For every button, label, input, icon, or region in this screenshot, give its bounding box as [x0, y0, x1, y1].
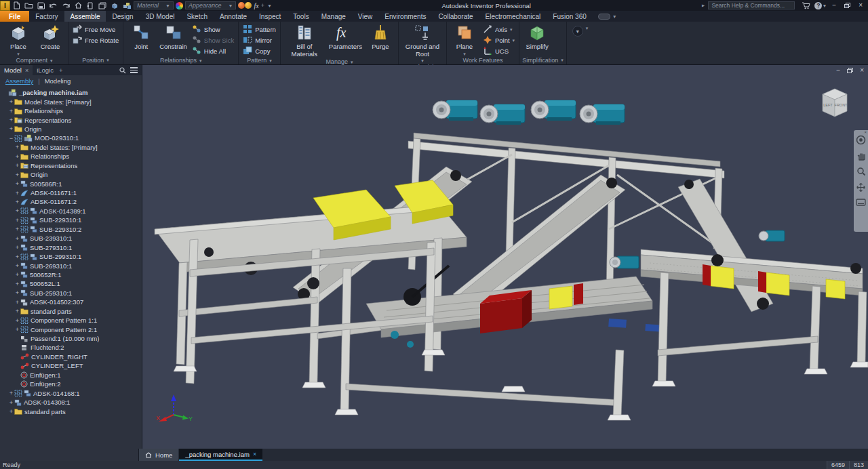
orbit-icon[interactable] — [856, 182, 866, 192]
view-assembly-link[interactable]: Assembly — [5, 77, 33, 85]
new-file-icon[interactable] — [13, 1, 20, 9]
tree-expander-icon[interactable]: + — [14, 317, 20, 324]
create-button[interactable]: Create — [35, 23, 65, 52]
tree-expander-icon[interactable]: + — [14, 153, 20, 160]
tree-expander-icon[interactable]: + — [8, 108, 14, 115]
browser-menu-icon[interactable] — [130, 66, 138, 75]
app-store-cart-icon[interactable] — [802, 2, 810, 9]
axis-button[interactable]: Axis▾ — [481, 24, 516, 35]
media-chevron-icon[interactable]: ▼ — [612, 14, 617, 19]
tree-expander-icon[interactable]: + — [8, 390, 14, 396]
tree-expander-icon[interactable]: + — [14, 217, 20, 224]
tree-item-packing-machine-iam-0[interactable]: _packing machine.iam — [0, 88, 142, 97]
pan-hand-icon[interactable] — [856, 151, 866, 161]
purge-button[interactable]: Purge — [366, 23, 395, 52]
tree-item-500652l-1-21[interactable]: +500652L:1 — [0, 279, 142, 288]
parameters-button[interactable]: fxParameters — [328, 23, 363, 52]
tree-expander-icon[interactable]: + — [14, 326, 20, 333]
view-modeling-link[interactable]: Modeling — [45, 77, 71, 85]
tree-item-sub-259310-1-22[interactable]: +SUB-259310:1 — [0, 289, 142, 298]
navbar-close-icon[interactable]: × — [864, 130, 867, 134]
ribbon-tab-inspect[interactable]: Inspect — [253, 11, 287, 22]
tree-item-sub-269310-1-19[interactable]: +SUB-269310:1 — [0, 261, 142, 270]
help-icon[interactable]: ? — [814, 2, 822, 9]
tree-item-einf-gen-1-31[interactable]: Einfügen:1 — [0, 371, 142, 380]
tree-expander-icon[interactable]: + — [14, 299, 20, 306]
tree-expander-icon[interactable]: + — [14, 207, 20, 214]
minimize-button[interactable]: − — [832, 2, 836, 9]
tree-item-adsk-014389-1-13[interactable]: +ADSK-014389:1 — [0, 207, 142, 216]
close-icon[interactable]: × — [253, 451, 256, 457]
inventor-logo-icon[interactable]: I — [0, 1, 10, 11]
panel-expand-icon[interactable]: ▼ — [701, 3, 705, 8]
tree-expander-icon[interactable]: + — [14, 281, 20, 287]
viewcube-front-face-label[interactable]: FRONT — [835, 103, 848, 107]
ribbon-tab-design[interactable]: Design — [106, 11, 139, 22]
save-icon[interactable] — [37, 2, 45, 9]
doc-close-button[interactable]: × — [860, 66, 864, 74]
ucs-button[interactable]: UCS — [481, 46, 516, 56]
tree-item-standard-parts-24[interactable]: +standard parts — [0, 307, 142, 316]
tree-item-representations-8[interactable]: +Representations — [0, 161, 142, 170]
tree-item-einf-gen-2-32[interactable]: Einfügen:2 — [0, 380, 142, 388]
ribbon-tab-sketch[interactable]: Sketch — [180, 11, 214, 22]
tree-item-origin-9[interactable]: +Origin — [0, 170, 142, 179]
tree-expander-icon[interactable]: + — [14, 253, 20, 260]
browser-tab-ilogic[interactable]: iLogic — [33, 65, 58, 75]
tree-expander-icon[interactable]: + — [14, 289, 20, 296]
viewcube-left-face-label[interactable]: LEFT — [823, 103, 833, 107]
tree-item-cylinder-left-30[interactable]: CYLINDER_LEFT — [0, 361, 142, 370]
tab-packing-machine[interactable]: _packing machine.iam × — [179, 449, 262, 461]
tree-item-model-states-primary-6[interactable]: +Model States: [Primary] — [0, 143, 142, 152]
material-dropdown[interactable]: Material ▼ — [134, 1, 174, 9]
appearance-dropdown[interactable]: Appearance ▼ — [185, 1, 236, 9]
tree-item-adsk-011671-2-12[interactable]: +ADSK-011671:2 — [0, 197, 142, 206]
tree-expander-icon[interactable]: + — [14, 162, 20, 169]
joint-button[interactable]: Joint — [126, 23, 156, 52]
tree-item-fluchtend-2-28[interactable]: Fluchtend:2 — [0, 343, 142, 352]
tree-expander-icon[interactable]: + — [8, 117, 14, 123]
tab-home[interactable]: Home — [139, 449, 178, 461]
ribbon-tab-view[interactable]: View — [352, 11, 379, 22]
doc-minimize-button[interactable]: − — [836, 66, 840, 74]
tree-item-origin-4[interactable]: +Origin — [0, 125, 142, 134]
tree-item-model-states-primary-1[interactable]: +Model States: [Primary] — [0, 97, 142, 106]
plus-icon[interactable]: + — [261, 2, 264, 9]
tree-expander-icon[interactable]: − — [8, 135, 14, 142]
tree-item-s00586r-1-10[interactable]: +S00586R:1 — [0, 179, 142, 188]
constrain-button[interactable]: Constrain — [158, 23, 189, 52]
mirror-button[interactable]: Mirror — [241, 35, 277, 45]
ribbon-tab-electromechanical[interactable]: Electromechanical — [479, 11, 547, 22]
tree-item-adsk-014168-1-33[interactable]: +ADSK-014168:1 — [0, 388, 142, 397]
restore-button[interactable] — [844, 3, 850, 8]
color-wheel-icon[interactable] — [176, 2, 183, 9]
search-icon[interactable] — [119, 67, 126, 74]
ribbon-group-label[interactable]: Relationships▾ — [126, 56, 235, 64]
copy-button[interactable]: Copy — [241, 46, 277, 56]
ribbon-group-label[interactable]: Component▾ — [3, 57, 65, 64]
ribbon-tab-factory[interactable]: Factory — [29, 11, 64, 22]
hide-all-button[interactable]: Hide All — [191, 46, 235, 56]
tree-item-500652r-1-20[interactable]: +500652R:1 — [0, 270, 142, 279]
zoom-icon[interactable] — [856, 167, 866, 176]
ribbon-tab-collaborate[interactable]: Collaborate — [432, 11, 479, 22]
ribbon-tab-file[interactable]: File — [0, 11, 29, 22]
tree-item-sub-229310-1-14[interactable]: +SUB-229310:1 — [0, 216, 142, 224]
ribbon-tab-assemble[interactable]: Assemble — [64, 11, 106, 22]
ribbon-group-label[interactable]: Manage▾ — [283, 58, 395, 65]
simplify-button[interactable]: Simplify — [522, 23, 552, 52]
ribbon-tab-manage[interactable]: Manage — [315, 11, 352, 22]
tree-item-standard-parts-35[interactable]: +standard parts — [0, 407, 142, 415]
tree-expander-icon[interactable]: + — [14, 235, 20, 242]
ribbon-group-label[interactable]: Pattern▾ — [241, 56, 277, 64]
ground-and-root-button[interactable]: Ground and Root▾ — [401, 23, 443, 64]
tree-item-sub-239310-1-16[interactable]: +SUB-239310:1 — [0, 234, 142, 243]
tree-expander-icon[interactable]: + — [14, 262, 20, 269]
ribbon-tab-3d-model[interactable]: 3D Model — [140, 11, 181, 22]
tree-expander-icon[interactable]: + — [8, 408, 14, 415]
view-cube[interactable]: LEFT FRONT — [816, 85, 853, 122]
show-button[interactable]: Show — [191, 24, 235, 35]
ribbon-tab-environments[interactable]: Environments — [378, 11, 432, 22]
tree-item-adsk-014502-307-23[interactable]: +ADSK-014502:307 — [0, 298, 142, 306]
tree-expander-icon[interactable]: + — [14, 171, 20, 178]
